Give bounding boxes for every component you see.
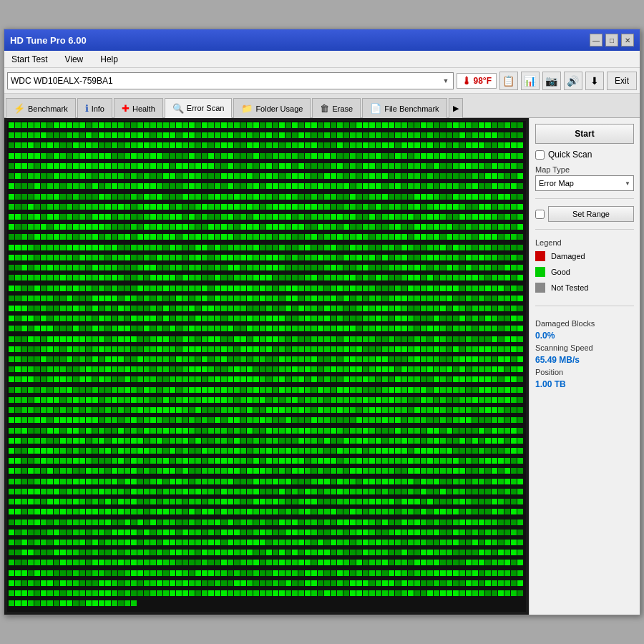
menu-help[interactable]: Help xyxy=(97,53,121,66)
tab-health[interactable]: ✚ Health xyxy=(114,98,163,118)
scan-block xyxy=(343,458,349,464)
exit-button[interactable]: Exit xyxy=(607,72,637,90)
scan-block xyxy=(350,417,356,423)
scan-block xyxy=(337,234,343,240)
drive-selector-wrap[interactable]: WDC WD10EALX-759BA1 xyxy=(7,72,454,89)
scan-block xyxy=(305,265,311,270)
minimize-button[interactable]: — xyxy=(590,34,602,47)
scan-block xyxy=(421,265,426,270)
scan-block xyxy=(376,234,381,240)
scan-block xyxy=(195,387,201,393)
scan-block xyxy=(215,397,220,403)
scan-block xyxy=(112,570,117,576)
scan-block xyxy=(195,560,201,565)
scan-block xyxy=(318,163,323,169)
folder-icon: 📁 xyxy=(241,103,253,114)
close-button[interactable]: ✕ xyxy=(621,34,634,47)
scan-block xyxy=(447,224,452,230)
scan-block xyxy=(318,132,323,138)
scan-block xyxy=(331,417,336,423)
drive-selector[interactable]: WDC WD10EALX-759BA1 xyxy=(7,72,454,89)
scan-block xyxy=(182,194,188,200)
maximize-button[interactable]: □ xyxy=(605,34,618,47)
scan-block xyxy=(253,204,259,210)
scan-block xyxy=(247,173,253,179)
scan-block xyxy=(215,316,220,321)
scan-block xyxy=(9,275,14,280)
tab-folder-usage[interactable]: 📁 Folder Usage xyxy=(233,98,311,118)
scan-block xyxy=(157,336,162,342)
toolbar-btn-1[interactable]: 📋 xyxy=(499,72,518,90)
scan-block xyxy=(266,376,272,382)
scan-block xyxy=(382,142,388,148)
scan-block xyxy=(421,417,426,423)
tabs-more-button[interactable]: ▶ xyxy=(449,98,463,118)
toolbar-btn-2[interactable]: 📊 xyxy=(521,72,540,90)
scan-block xyxy=(34,183,40,189)
menu-view[interactable]: View xyxy=(62,53,86,66)
scan-block xyxy=(266,306,272,311)
scan-block xyxy=(189,397,195,403)
tab-error-scan[interactable]: 🔍 Error Scan xyxy=(165,98,233,118)
scan-block xyxy=(453,255,459,260)
scan-block xyxy=(421,499,426,504)
scan-block xyxy=(356,479,362,484)
scan-block xyxy=(266,296,272,301)
scan-block xyxy=(389,540,394,545)
tab-erase[interactable]: 🗑 Erase xyxy=(312,98,361,118)
scan-block xyxy=(150,316,156,321)
scan-block xyxy=(118,316,124,321)
tab-file-benchmark[interactable]: 📄 File Benchmark xyxy=(362,98,447,118)
scan-block xyxy=(253,438,259,444)
tab-benchmark[interactable]: ⚡ Benchmark xyxy=(6,98,76,118)
scan-block xyxy=(99,600,104,606)
toolbar-btn-down[interactable]: ⬇ xyxy=(585,72,604,90)
scan-block xyxy=(434,142,439,148)
scan-block xyxy=(86,265,92,270)
toolbar-btn-camera[interactable]: 📷 xyxy=(542,72,561,90)
tab-info[interactable]: ℹ Info xyxy=(77,98,112,118)
scan-block xyxy=(234,194,240,200)
scan-block xyxy=(408,519,414,525)
scan-block xyxy=(395,519,401,525)
quick-scan-checkbox[interactable] xyxy=(535,150,545,160)
scan-block xyxy=(517,356,523,362)
scan-block xyxy=(182,122,188,128)
scan-block xyxy=(298,530,304,535)
scan-block xyxy=(170,387,175,393)
scan-block xyxy=(176,204,182,210)
scan-block xyxy=(421,560,426,565)
scan-block xyxy=(131,438,137,444)
scan-block xyxy=(208,580,214,586)
scan-block xyxy=(434,163,439,169)
main-content: Start Quick Scan Map Type Error Map Bloc… xyxy=(4,118,640,615)
set-range-checkbox[interactable] xyxy=(535,210,545,219)
scan-block xyxy=(79,153,85,159)
scan-block xyxy=(298,428,304,434)
toolbar-btn-audio[interactable]: 🔊 xyxy=(564,72,582,90)
scan-block xyxy=(279,183,285,189)
scan-block xyxy=(331,438,336,444)
menu-start-test[interactable]: Start Test xyxy=(9,53,50,66)
set-range-button[interactable]: Set Range xyxy=(548,206,634,222)
scan-block xyxy=(86,509,92,514)
scan-block xyxy=(79,397,85,403)
scan-block xyxy=(318,376,323,382)
scan-block xyxy=(324,499,330,504)
scan-block xyxy=(144,428,150,434)
scan-block xyxy=(337,265,343,270)
scan-block xyxy=(350,580,356,586)
scan-block xyxy=(434,468,439,474)
scan-block xyxy=(221,255,227,260)
scan-block xyxy=(414,417,420,423)
scan-block xyxy=(202,530,208,535)
start-button[interactable]: Start xyxy=(535,124,634,144)
scan-block xyxy=(279,519,285,525)
map-type-select[interactable]: Error Map Block Size Map xyxy=(535,175,634,191)
scan-block xyxy=(466,397,472,403)
scan-block xyxy=(253,519,259,525)
scan-block xyxy=(195,286,201,291)
map-type-dropdown-wrap[interactable]: Error Map Block Size Map xyxy=(535,175,634,191)
scan-block xyxy=(472,590,478,596)
scan-block xyxy=(86,438,92,444)
